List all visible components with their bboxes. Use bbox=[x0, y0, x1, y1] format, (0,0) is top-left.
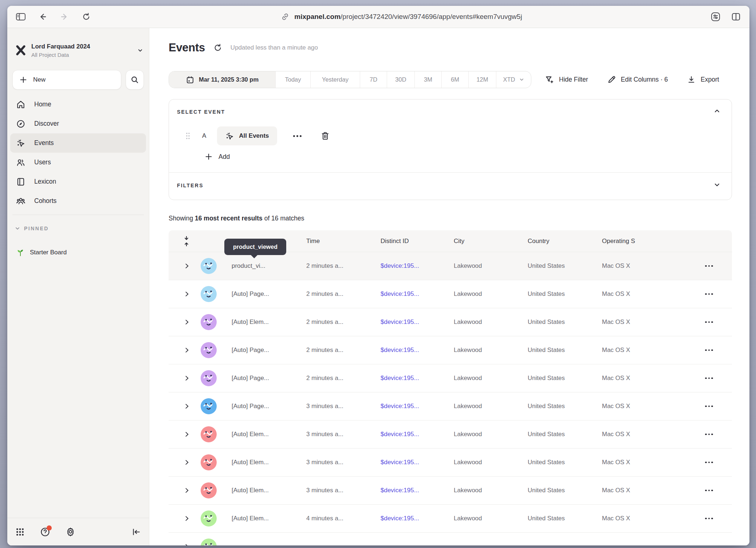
event-name-cell[interactable]: [Auto] Page... bbox=[220, 403, 306, 410]
expand-row-chevron-icon[interactable] bbox=[183, 290, 190, 298]
collapse-sidebar-icon[interactable] bbox=[131, 527, 141, 537]
distinct-id-link[interactable]: $device:195... bbox=[381, 431, 454, 438]
add-event-button[interactable]: Add bbox=[205, 153, 230, 161]
expand-row-chevron-icon[interactable] bbox=[183, 375, 190, 382]
table-row[interactable]: [Auto] Page... 3 minutes a... $device:19… bbox=[169, 392, 732, 420]
event-name-cell[interactable]: [Auto] Elem... bbox=[220, 515, 306, 522]
row-menu-ellipsis-button[interactable] bbox=[701, 402, 717, 411]
row-menu-ellipsis-button[interactable] bbox=[701, 318, 717, 327]
settings-gear-icon[interactable] bbox=[66, 527, 75, 537]
row-menu-ellipsis-button[interactable] bbox=[701, 458, 717, 467]
table-row[interactable]: [Auto] Page... 2 minutes a... $device:19… bbox=[169, 280, 732, 308]
distinct-id-link[interactable]: $device:195... bbox=[381, 347, 454, 354]
row-menu-ellipsis-button[interactable] bbox=[701, 374, 717, 383]
preset-today[interactable]: Today bbox=[276, 71, 311, 88]
table-row[interactable]: [Auto] Elem... 2 minutes a... $device:19… bbox=[169, 308, 732, 336]
collapse-section-chevron-up-icon[interactable] bbox=[713, 107, 721, 115]
event-name-cell[interactable]: [Auto] Elem... bbox=[220, 318, 306, 326]
browser-sidebar-toggle-icon[interactable] bbox=[15, 11, 26, 22]
row-menu-ellipsis-button[interactable] bbox=[701, 514, 717, 523]
browser-page-settings-icon[interactable] bbox=[710, 11, 721, 22]
event-name-cell[interactable]: product_vi... bbox=[220, 262, 306, 270]
row-menu-ellipsis-button[interactable] bbox=[701, 542, 717, 545]
event-name-cell[interactable]: [Auto] Page... bbox=[220, 347, 306, 354]
sidebar-item-events[interactable]: Events bbox=[10, 133, 146, 153]
pinned-section-header[interactable]: PINNED bbox=[15, 226, 49, 231]
apps-grid-icon[interactable] bbox=[15, 527, 25, 537]
distinct-id-link[interactable]: $device:195... bbox=[381, 318, 454, 326]
distinct-id-link[interactable]: $device:195... bbox=[381, 290, 454, 298]
expand-row-chevron-icon[interactable] bbox=[183, 543, 190, 545]
collapse-all-rows-icon[interactable] bbox=[182, 236, 190, 247]
sidebar-item-discover[interactable]: Discover bbox=[10, 114, 146, 133]
distinct-id-link[interactable]: $device:195... bbox=[381, 487, 454, 494]
browser-back-icon[interactable] bbox=[37, 11, 48, 22]
sidebar-item-cohorts[interactable]: Cohorts bbox=[10, 191, 146, 211]
expand-row-chevron-icon[interactable] bbox=[183, 431, 190, 438]
sidebar-item-lexicon[interactable]: Lexicon bbox=[10, 172, 146, 191]
delete-event-trash-icon[interactable] bbox=[320, 131, 330, 141]
sidebar-item-users[interactable]: Users bbox=[10, 153, 146, 172]
browser-forward-icon[interactable] bbox=[59, 11, 70, 22]
browser-split-view-icon[interactable] bbox=[731, 11, 741, 22]
drag-handle-icon[interactable] bbox=[185, 132, 190, 140]
event-name-cell[interactable]: [Auto] Elem... bbox=[220, 459, 306, 466]
preset-12m[interactable]: 12M bbox=[469, 71, 496, 88]
expand-row-chevron-icon[interactable] bbox=[183, 459, 190, 466]
url-bar[interactable]: mixpanel.com/project/3472420/view/397469… bbox=[92, 11, 710, 22]
preset-30d[interactable]: 30D bbox=[387, 71, 415, 88]
search-button[interactable] bbox=[126, 70, 144, 90]
row-menu-ellipsis-button[interactable] bbox=[701, 346, 717, 355]
row-menu-ellipsis-button[interactable] bbox=[701, 486, 717, 495]
event-name-cell[interactable]: [Auto] Elem... bbox=[220, 431, 306, 438]
table-row[interactable]: [Auto] Elem... 4 minutes a... $device:19… bbox=[169, 505, 732, 533]
workspace-switcher[interactable]: Lord Farquaad 2024 All Project Data bbox=[13, 39, 144, 62]
table-row[interactable]: [Auto] Page... 2 minutes a... $device:19… bbox=[169, 336, 732, 364]
row-menu-ellipsis-button[interactable] bbox=[701, 430, 717, 439]
distinct-id-link[interactable]: $device:195... bbox=[381, 375, 454, 382]
preset-yesterday[interactable]: Yesterday bbox=[311, 71, 360, 88]
event-name-cell[interactable]: [Auto] Page... bbox=[220, 375, 306, 382]
column-header-distinct-id[interactable]: Distinct ID bbox=[381, 238, 454, 245]
event-selector-pill[interactable]: All Events bbox=[217, 126, 277, 145]
event-name-cell[interactable]: [Auto] Elem... bbox=[220, 487, 306, 494]
expand-row-chevron-icon[interactable] bbox=[183, 262, 190, 270]
distinct-id-link[interactable]: $device:195... bbox=[381, 262, 454, 270]
table-row[interactable]: [Auto] Elem... 3 minutes a... $device:19… bbox=[169, 477, 732, 505]
expand-row-chevron-icon[interactable] bbox=[183, 487, 190, 494]
edit-columns-button[interactable]: Edit Columns · 6 bbox=[607, 75, 668, 84]
preset-7d[interactable]: 7D bbox=[360, 71, 387, 88]
hide-filter-button[interactable]: Hide Filter bbox=[545, 75, 588, 85]
new-button[interactable]: New bbox=[12, 70, 121, 90]
browser-reload-icon[interactable] bbox=[81, 11, 92, 22]
expand-row-chevron-icon[interactable] bbox=[183, 347, 190, 354]
refresh-icon[interactable] bbox=[213, 43, 223, 52]
column-header-time[interactable]: Time bbox=[306, 238, 381, 245]
preset-xtd-dropdown[interactable]: XTD bbox=[496, 71, 531, 88]
distinct-id-link[interactable]: $device:195... bbox=[381, 403, 454, 410]
distinct-id-link[interactable]: $device:195... bbox=[381, 515, 454, 522]
table-row[interactable]: [Auto] Page... 2 minutes a... $device:19… bbox=[169, 364, 732, 392]
event-name-cell[interactable]: [Auto] Page... bbox=[220, 290, 306, 298]
help-button[interactable] bbox=[40, 527, 50, 537]
row-menu-ellipsis-button[interactable] bbox=[701, 262, 717, 271]
column-header-operating-system[interactable]: Operating S bbox=[602, 238, 686, 245]
preset-6m[interactable]: 6M bbox=[442, 71, 469, 88]
table-row[interactable] bbox=[169, 533, 732, 545]
expand-filters-chevron-down-icon[interactable] bbox=[713, 181, 721, 188]
table-row[interactable]: [Auto] Elem... 3 minutes a... $device:19… bbox=[169, 420, 732, 449]
column-header-country[interactable]: Country bbox=[528, 238, 602, 245]
column-header-city[interactable]: City bbox=[454, 238, 528, 245]
expand-row-chevron-icon[interactable] bbox=[183, 515, 190, 522]
distinct-id-link[interactable]: $device:195... bbox=[381, 459, 454, 466]
expand-row-chevron-icon[interactable] bbox=[183, 403, 190, 410]
export-button[interactable]: Export bbox=[687, 75, 719, 84]
table-row[interactable]: [Auto] Elem... 3 minutes a... $device:19… bbox=[169, 449, 732, 477]
sidebar-item-starter-board[interactable]: Starter Board bbox=[10, 243, 146, 262]
sidebar-item-home[interactable]: Home bbox=[10, 95, 146, 114]
row-menu-ellipsis-button[interactable] bbox=[701, 290, 717, 299]
event-options-ellipsis-button[interactable] bbox=[290, 132, 304, 140]
expand-row-chevron-icon[interactable] bbox=[183, 318, 190, 326]
date-picker-button[interactable]: Mar 11, 2025 3:30 pm bbox=[169, 71, 276, 88]
preset-3m[interactable]: 3M bbox=[415, 71, 442, 88]
